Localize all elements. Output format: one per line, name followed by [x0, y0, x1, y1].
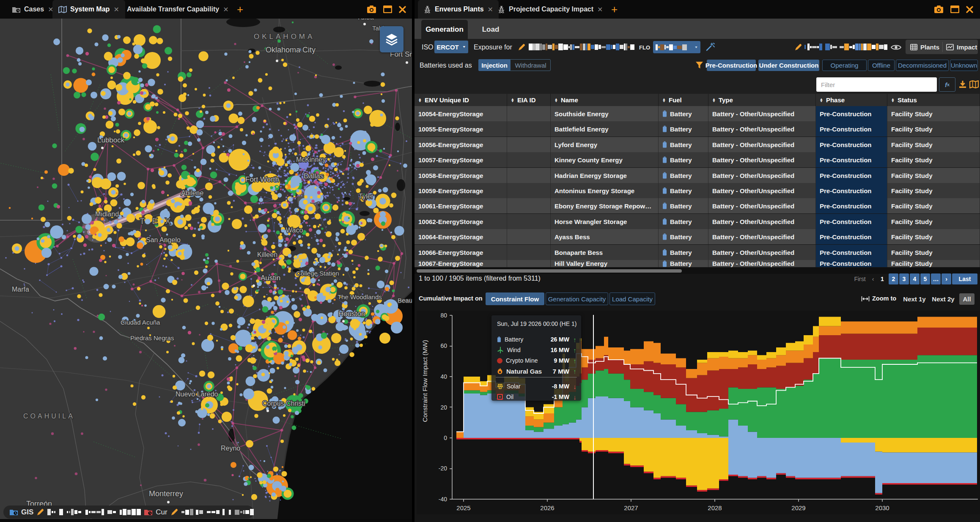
svg-text:2028: 2028 [708, 504, 722, 511]
svg-text:Dallas: Dallas [304, 172, 324, 180]
svg-text:Beau: Beau [398, 297, 412, 304]
svg-text:Corpus Christi: Corpus Christi [262, 400, 305, 407]
svg-text:Monterrey: Monterrey [149, 489, 183, 498]
svg-text:Reyno: Reyno [221, 445, 240, 452]
svg-text:Lubbock: Lubbock [97, 136, 125, 144]
svg-text:Fort Worth: Fort Worth [245, 175, 279, 183]
svg-text:McKinney: McKinney [296, 156, 326, 163]
svg-text:Tyler: Tyler [359, 193, 373, 200]
svg-text:Oklahoma City: Oklahoma City [266, 46, 316, 54]
svg-text:Killeen: Killeen [257, 251, 277, 258]
svg-text:20: 20 [440, 404, 447, 411]
svg-text:Ciudad Acuña: Ciudad Acuña [121, 319, 160, 326]
svg-text:-20: -20 [439, 465, 447, 472]
svg-text:2027: 2027 [624, 504, 638, 511]
svg-text:Waco: Waco [286, 227, 303, 234]
svg-text:Nuevo Laredo: Nuevo Laredo [176, 391, 218, 398]
svg-text:80: 80 [440, 312, 447, 319]
svg-text:2025: 2025 [456, 504, 470, 511]
svg-text:Houston: Houston [338, 310, 365, 318]
svg-text:Marfa: Marfa [12, 286, 29, 293]
svg-text:-40: -40 [439, 496, 447, 503]
svg-text:2030: 2030 [875, 504, 889, 511]
svg-text:Midland: Midland [95, 210, 119, 218]
svg-text:60: 60 [440, 342, 447, 349]
svg-text:40: 40 [440, 373, 447, 380]
svg-text:Tulsa: Tulsa [357, 19, 374, 21]
svg-text:San Angelo: San Angelo [146, 236, 181, 243]
svg-text:0: 0 [444, 435, 447, 441]
svg-text:Piedras Negras: Piedras Negras [130, 334, 174, 342]
svg-text:Austin: Austin [261, 274, 280, 282]
svg-text:The Woodlands: The Woodlands [338, 293, 382, 301]
svg-text:2029: 2029 [791, 504, 805, 511]
svg-text:T E X: T E X [140, 216, 173, 226]
svg-text:OKLAHOMA: OKLAHOMA [254, 33, 315, 41]
svg-text:Abilene: Abilene [181, 189, 203, 197]
svg-text:2026: 2026 [540, 504, 554, 511]
svg-text:College Station: College Station [296, 270, 339, 277]
svg-text:COAHUILA: COAHUILA [23, 413, 75, 420]
